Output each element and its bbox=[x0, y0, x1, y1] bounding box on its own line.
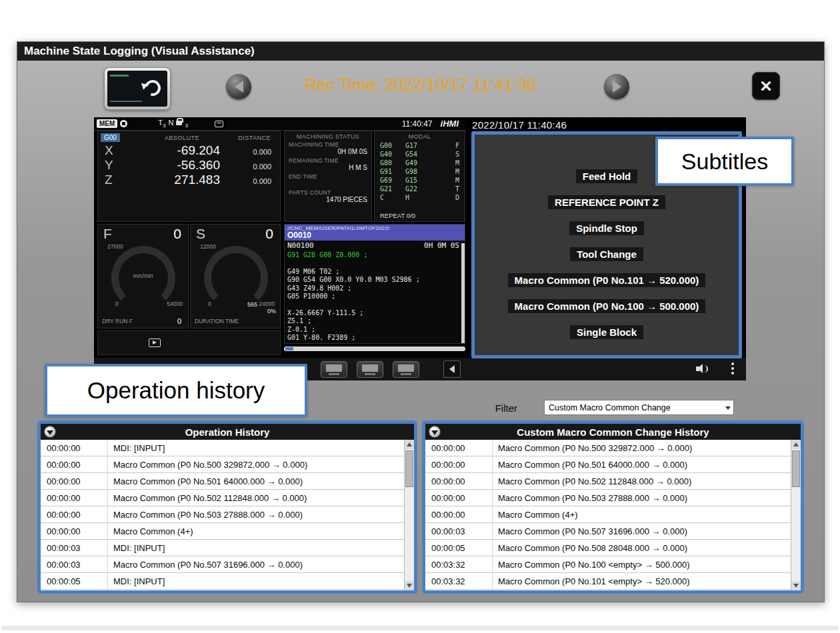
history-text: Macro Common (P0 No.507 31696.000 → 0.00… bbox=[107, 556, 404, 572]
program-line: G90 G54 G00 X0.0 Y0.0 M03 S2986 ; bbox=[287, 276, 462, 284]
softkey-screen-icon-1[interactable] bbox=[321, 361, 347, 378]
absolute-column-header: ABSOLUTE bbox=[165, 135, 199, 141]
history-row[interactable]: 00:00:00 Macro Common (P0 No.503 27888.0… bbox=[41, 506, 404, 523]
program-elapsed-time: 0H 0M 0S bbox=[424, 241, 459, 250]
machining-status-value bbox=[289, 180, 367, 188]
speaker-icon[interactable] bbox=[696, 364, 709, 374]
modal-code-1: G69 bbox=[380, 176, 405, 185]
history-text: Macro Common (P0 No.507 31696.000 → 0.00… bbox=[492, 523, 791, 539]
duration-time-label: DURATION TIME bbox=[195, 318, 239, 324]
tool-number: 3 bbox=[163, 123, 165, 129]
program-n-number: N00100 bbox=[287, 241, 314, 250]
history-row[interactable]: 00:00:00 MDI: [INPUT] bbox=[41, 440, 404, 456]
mode-badge: MEM bbox=[97, 119, 117, 128]
modal-letter: M bbox=[455, 167, 459, 176]
scrollbar-thumb[interactable] bbox=[405, 450, 413, 487]
history-row[interactable]: 00:00:00 Macro Common (P0 No.502 112848.… bbox=[41, 490, 404, 506]
program-vertical-scrollbar[interactable] bbox=[461, 243, 465, 343]
spindle-letter: S bbox=[196, 226, 205, 242]
lock-number: 3 bbox=[185, 123, 187, 129]
modal-panel: MODAL G00 G17 F G40 G54 S G80 G49 M bbox=[374, 131, 465, 222]
modal-code-1: G91 bbox=[380, 167, 405, 176]
repeat-counter: REPEAT 0/0 bbox=[380, 212, 415, 219]
history-text: MDI: [INPUT] bbox=[107, 440, 404, 456]
modal-title: MODAL bbox=[375, 131, 465, 140]
close-icon: × bbox=[760, 75, 772, 97]
history-row[interactable]: 00:00:00 Macro Common (4+) bbox=[41, 523, 404, 540]
prev-record-button[interactable] bbox=[226, 74, 251, 99]
feed-max-label: 27000 bbox=[107, 243, 123, 250]
modal-row: G69 G15 M bbox=[375, 176, 465, 185]
softkey-screen-icon-2[interactable] bbox=[357, 361, 383, 378]
distance-value: 0.000 bbox=[253, 148, 271, 156]
close-button[interactable]: × bbox=[752, 72, 780, 100]
history-row[interactable]: 00:00:00 Macro Common (P0 No.503 27888.0… bbox=[425, 490, 791, 506]
history-row[interactable]: 00:00:00 Macro Common (P0 No.500 329872.… bbox=[41, 456, 404, 473]
history-dropdown-button[interactable] bbox=[44, 426, 56, 438]
filter-dropdown[interactable]: Custom Macro Common Change bbox=[544, 400, 734, 415]
history-row[interactable]: 00:00:00 Macro Common (P0 No.500 329872.… bbox=[425, 440, 791, 456]
macro-history-title: Custom Macro Common Change History bbox=[517, 426, 709, 438]
scrollbar-thumb[interactable] bbox=[285, 347, 293, 350]
machining-status-label: PARTS COUNT bbox=[289, 189, 367, 196]
page-scrollbar[interactable] bbox=[1, 626, 839, 630]
modal-row: G40 G54 S bbox=[375, 150, 465, 159]
history-time: 00:00:05 bbox=[425, 543, 492, 553]
softkey-screen-icon-3[interactable] bbox=[393, 361, 419, 378]
history-scrollbar[interactable] bbox=[404, 440, 414, 590]
lock-icon bbox=[176, 121, 182, 125]
history-row[interactable]: 00:00:05 MDI: [INPUT] bbox=[41, 573, 404, 590]
modal-code-1: G80 bbox=[380, 159, 405, 167]
history-time: 00:00:00 bbox=[425, 476, 492, 486]
machining-status-value: H M S bbox=[289, 164, 367, 172]
subtitle-item: Single Block bbox=[570, 325, 643, 339]
history-row[interactable]: 00:00:05 Macro Common (P0 No.508 28048.0… bbox=[425, 540, 791, 556]
history-dropdown-button[interactable] bbox=[429, 426, 441, 438]
program-path: //CNC_MEM/USER/PATH1/JIMTOF2022/ bbox=[287, 225, 462, 231]
history-row[interactable]: 00:00:00 Macro Common (P0 No.501 64000.0… bbox=[425, 456, 791, 473]
position-panel: G00 ABSOLUTE DISTANCE X -69.204 0.000 Y … bbox=[97, 131, 281, 222]
machining-status-label: MACHINING TIME bbox=[289, 141, 367, 148]
scrollbar-thumb[interactable] bbox=[792, 450, 800, 487]
cnc-clock: 11:40:47 bbox=[402, 119, 433, 129]
history-row[interactable]: 00:00:00 Macro Common (P0 No.502 112848.… bbox=[425, 473, 791, 490]
screenshot-thumbnail-button[interactable] bbox=[104, 67, 171, 110]
screen-switch-icon[interactable] bbox=[149, 338, 161, 347]
scroll-up-icon[interactable] bbox=[405, 440, 414, 449]
history-row[interactable]: 00:00:00 Macro Common (P0 No.501 64000.0… bbox=[41, 473, 404, 490]
scroll-up-icon[interactable] bbox=[791, 440, 801, 449]
program-horizontal-scrollbar[interactable] bbox=[284, 346, 465, 351]
history-row[interactable]: 00:00:03 Macro Common (P0 No.507 31696.0… bbox=[41, 556, 404, 573]
machining-status-value: 1470 PIECES bbox=[289, 196, 367, 204]
history-time: 00:00:00 bbox=[425, 460, 492, 470]
subtitle-item: Feed Hold bbox=[576, 169, 638, 183]
history-scrollbar[interactable] bbox=[791, 440, 801, 590]
collapse-left-button[interactable] bbox=[443, 360, 461, 378]
program-line: G91 G28 G00 Z0.000 ; bbox=[287, 251, 462, 259]
axis-rows: X -69.204 0.000 Y -56.360 0.000 Z 271.48… bbox=[98, 143, 280, 187]
program-o-number: O0010 bbox=[287, 231, 462, 239]
spindle-end-label: 24000 bbox=[259, 301, 275, 307]
machining-status-item: PARTS COUNT 1470 PIECES bbox=[285, 188, 371, 204]
modal-code-2: H bbox=[405, 193, 431, 202]
modal-code-2: G54 bbox=[405, 150, 431, 159]
history-row[interactable]: 00:03:32 Macro Common (P0 No.100 <empty>… bbox=[425, 556, 791, 573]
history-row[interactable]: 00:00:03 MDI: [INPUT] bbox=[41, 540, 404, 556]
program-line bbox=[287, 259, 462, 267]
history-row[interactable]: 00:00:03 Macro Common (P0 No.507 31696.0… bbox=[425, 523, 791, 540]
dry-run-label: DRY RUN F bbox=[102, 318, 133, 324]
history-text: Macro Common (P0 No.500 329872.000 → 0.0… bbox=[107, 456, 404, 472]
distance-value: 0.000 bbox=[253, 163, 271, 171]
history-text: Macro Common (P0 No.503 27888.000 → 0.00… bbox=[107, 506, 404, 522]
scroll-down-icon[interactable] bbox=[405, 581, 414, 590]
history-row[interactable]: 00:03:32 Macro Common (P0 No.101 <empty>… bbox=[425, 573, 791, 590]
dropdown-arrow-icon bbox=[722, 400, 733, 414]
machining-status-item: END TIME bbox=[285, 172, 371, 188]
rec-time-label: Rec Time: 2022/10/17 11:41:30 bbox=[274, 75, 567, 95]
machining-status-label: REMAINING TIME bbox=[289, 157, 367, 164]
next-record-button[interactable] bbox=[604, 74, 629, 99]
scroll-down-icon[interactable] bbox=[791, 581, 801, 590]
history-row[interactable]: 00:00:00 Macro Common (4+) bbox=[425, 506, 791, 523]
history-text: Macro Common (P0 No.503 27888.000 → 0.00… bbox=[492, 490, 791, 506]
kebab-menu-icon[interactable] bbox=[731, 362, 734, 376]
